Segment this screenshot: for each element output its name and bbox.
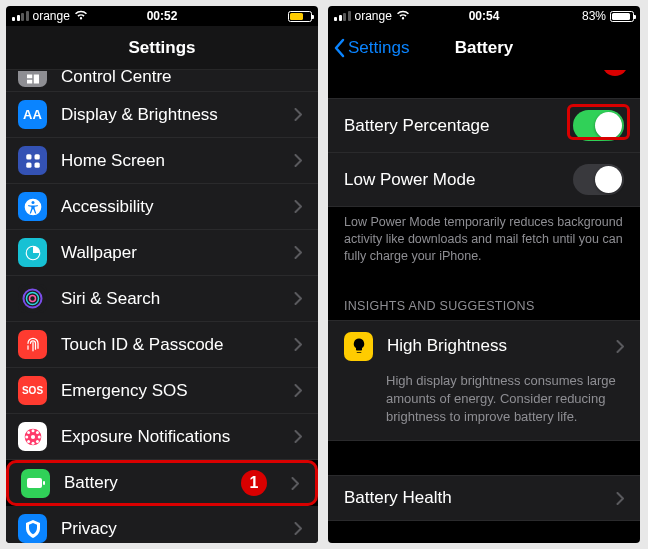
row-privacy[interactable]: Privacy (6, 506, 318, 543)
nav-bar: Settings Battery (328, 26, 640, 70)
chevron-right-icon (294, 200, 302, 213)
back-button[interactable]: Settings (334, 26, 409, 70)
annotation-highlight-2 (567, 104, 630, 140)
chevron-right-icon (616, 340, 624, 353)
status-bar: orange 00:52 (6, 6, 318, 26)
row-label: Display & Brightness (61, 105, 280, 125)
section-header-insights: Insights and Suggestions (328, 281, 640, 320)
section-gap (328, 441, 640, 475)
svg-rect-3 (34, 162, 39, 167)
annotation-badge-1: 1 (241, 470, 267, 496)
nav-title: Settings (128, 38, 195, 58)
battery-icon (610, 11, 634, 22)
nav-bar: Settings (6, 26, 318, 70)
signal-icon (334, 11, 351, 21)
row-label: Wallpaper (61, 243, 280, 263)
svg-point-12 (30, 434, 34, 438)
row-display[interactable]: AADisplay & Brightness (6, 92, 318, 138)
phone-settings-list: orange 00:52 Settings Control CentreAADi… (6, 6, 318, 543)
control-centre-icon (18, 71, 47, 87)
row-control-centre[interactable]: Control Centre (6, 70, 318, 92)
row-sos[interactable]: SOSEmergency SOS (6, 368, 318, 414)
row-label: Control Centre (61, 70, 302, 87)
clock: 00:54 (469, 9, 500, 23)
home-screen-icon (18, 146, 47, 175)
row-label: Low Power Mode (344, 170, 559, 190)
row-touchid[interactable]: Touch ID & Passcode (6, 322, 318, 368)
row-battery-percentage[interactable]: Battery Percentage (328, 98, 640, 153)
sos-icon: SOS (18, 376, 47, 405)
chevron-right-icon (294, 154, 302, 167)
svg-point-15 (25, 435, 28, 438)
carrier-label: orange (33, 9, 70, 23)
row-label: Accessibility (61, 197, 280, 217)
wallpaper-icon (18, 238, 47, 267)
high-brightness-description: High display brightness consumes large a… (328, 372, 640, 442)
svg-point-17 (27, 431, 30, 434)
row-exposure[interactable]: Exposure Notifications (6, 414, 318, 460)
accessibility-icon (18, 192, 47, 221)
svg-rect-22 (43, 481, 45, 485)
svg-point-20 (35, 431, 38, 434)
battery-settings-list[interactable]: 2 Battery Percentage Low Power Mode Low … (328, 70, 640, 543)
phone-battery-settings: orange 00:54 83% Settings Battery 2 Batt… (328, 6, 640, 543)
svg-point-13 (31, 429, 34, 432)
row-wallpaper[interactable]: Wallpaper (6, 230, 318, 276)
chevron-right-icon (294, 522, 302, 535)
brightness-icon (344, 332, 373, 361)
row-label: Siri & Search (61, 289, 280, 309)
exposure-icon (18, 422, 47, 451)
privacy-icon (18, 514, 47, 543)
battery-percentage-label: 83% (582, 9, 606, 23)
svg-point-5 (31, 200, 34, 203)
svg-point-7 (18, 284, 47, 313)
battery-icon (288, 11, 312, 22)
row-battery[interactable]: Battery1 (6, 460, 318, 506)
wifi-icon (396, 9, 410, 23)
clock: 00:52 (147, 9, 178, 23)
wifi-icon (74, 9, 88, 23)
row-label: Touch ID & Passcode (61, 335, 280, 355)
row-battery-health[interactable]: Battery Health (328, 475, 640, 521)
row-siri[interactable]: Siri & Search (6, 276, 318, 322)
row-label: Battery Percentage (344, 116, 559, 136)
row-accessibility[interactable]: Accessibility (6, 184, 318, 230)
chevron-right-icon (294, 108, 302, 121)
svg-rect-21 (27, 478, 42, 488)
low-power-mode-toggle[interactable] (573, 164, 624, 195)
low-power-mode-footer: Low Power Mode temporarily reduces backg… (328, 207, 640, 281)
settings-list[interactable]: Control CentreAADisplay & BrightnessHome… (6, 70, 318, 543)
touchid-icon (18, 330, 47, 359)
chevron-right-icon (291, 477, 299, 490)
svg-point-19 (27, 439, 30, 442)
chevron-right-icon (616, 492, 624, 505)
svg-rect-1 (34, 154, 39, 159)
row-low-power-mode[interactable]: Low Power Mode (328, 153, 640, 207)
row-home-screen[interactable]: Home Screen (6, 138, 318, 184)
svg-point-16 (37, 435, 40, 438)
battery-icon (21, 469, 50, 498)
display-icon: AA (18, 100, 47, 129)
chevron-right-icon (294, 338, 302, 351)
chevron-right-icon (294, 430, 302, 443)
row-label: Privacy (61, 519, 280, 539)
chevron-right-icon (294, 384, 302, 397)
svg-point-18 (35, 439, 38, 442)
row-label: Battery Health (344, 488, 602, 508)
chevron-right-icon (294, 292, 302, 305)
chevron-right-icon (294, 246, 302, 259)
annotation-badge-2: 2 (602, 70, 628, 76)
carrier-label: orange (355, 9, 392, 23)
row-label: Battery (64, 473, 227, 493)
row-label: Home Screen (61, 151, 280, 171)
row-high-brightness[interactable]: High Brightness (328, 320, 640, 372)
signal-icon (12, 11, 29, 21)
svg-rect-2 (26, 162, 31, 167)
row-label: Emergency SOS (61, 381, 280, 401)
status-bar: orange 00:54 83% (328, 6, 640, 26)
siri-icon (18, 284, 47, 313)
row-label: High Brightness (387, 336, 602, 356)
row-label: Exposure Notifications (61, 427, 280, 447)
svg-rect-0 (26, 154, 31, 159)
nav-title: Battery (455, 38, 514, 58)
